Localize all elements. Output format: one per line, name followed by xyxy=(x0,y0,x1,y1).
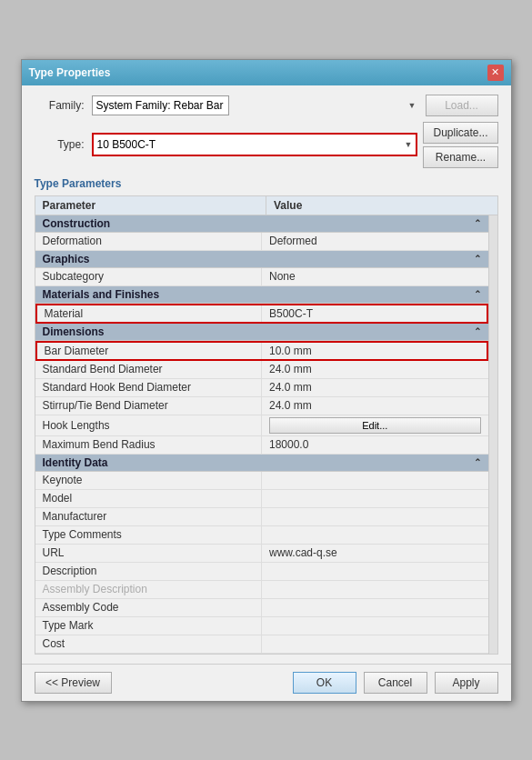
chevron-icon: ⌃ xyxy=(474,254,481,264)
param-value xyxy=(262,599,488,616)
type-properties-dialog: Type Properties ✕ Family: System Family:… xyxy=(21,59,512,702)
chevron-icon: ⌃ xyxy=(474,457,481,467)
param-name: Model xyxy=(35,490,263,507)
param-value: www.cad-q.se xyxy=(262,545,488,562)
table-row: Type Mark xyxy=(35,617,488,635)
table-row: Hook LengthsEdit... xyxy=(35,415,488,436)
duplicate-button[interactable]: Duplicate... xyxy=(423,122,497,144)
close-button[interactable]: ✕ xyxy=(487,65,504,81)
group-header-graphics[interactable]: Graphics⌃ xyxy=(35,251,488,268)
table-row: Keynote xyxy=(35,472,488,490)
dialog-footer: << Preview OK Cancel Apply xyxy=(22,664,511,701)
param-value xyxy=(262,526,488,544)
type-row: Type: 10 B500C-T Duplicate... Rename... xyxy=(35,122,498,168)
table-row: Maximum Bend Radius18000.0 xyxy=(35,436,488,455)
param-value xyxy=(262,635,488,653)
params-section: Parameter Value Construction⌃Deformation… xyxy=(35,195,498,655)
family-control: System Family: Rebar Bar Load... xyxy=(92,95,498,116)
group-header-identity-data[interactable]: Identity Data⌃ xyxy=(35,455,488,472)
param-name: Description xyxy=(35,563,263,580)
chevron-icon: ⌃ xyxy=(474,218,481,228)
group-name: Dimensions xyxy=(43,325,105,338)
table-row: Model xyxy=(35,490,488,508)
param-value: 24.0 mm xyxy=(262,397,488,415)
param-value: 18000.0 xyxy=(262,436,488,454)
param-name: Assembly Description xyxy=(35,581,263,598)
param-value xyxy=(262,490,488,507)
params-table-container: Construction⌃DeformationDeformedGraphics… xyxy=(35,215,498,655)
table-row: SubcategoryNone xyxy=(35,268,488,286)
table-row: URLwww.cad-q.se xyxy=(35,545,488,563)
param-name: Keynote xyxy=(35,472,263,489)
apply-button[interactable]: Apply xyxy=(435,672,498,694)
type-control: 10 B500C-T Duplicate... Rename... xyxy=(92,122,498,168)
preview-button[interactable]: << Preview xyxy=(35,672,112,694)
group-header-materials-and-finishes[interactable]: Materials and Finishes⌃ xyxy=(35,286,488,304)
family-row: Family: System Family: Rebar Bar Load... xyxy=(35,95,498,116)
table-row: MaterialB500C-T xyxy=(35,304,488,324)
param-name: Cost xyxy=(35,635,263,653)
group-name: Materials and Finishes xyxy=(43,288,160,301)
group-name: Graphics xyxy=(43,253,90,265)
table-row: Standard Hook Bend Diameter24.0 mm xyxy=(35,379,488,397)
group-header-dimensions[interactable]: Dimensions⌃ xyxy=(35,324,488,341)
param-value: Deformed xyxy=(262,233,488,250)
dialog-title: Type Properties xyxy=(29,66,111,79)
param-name: Standard Bend Diameter xyxy=(35,361,263,378)
param-name: Assembly Code xyxy=(35,599,263,616)
param-name: Deformation xyxy=(35,233,263,250)
params-header: Parameter Value xyxy=(35,195,498,215)
param-value: 24.0 mm xyxy=(262,379,488,396)
table-row: Stirrup/Tie Bend Diameter24.0 mm xyxy=(35,397,488,415)
param-value: B500C-T xyxy=(262,305,487,322)
param-name: Hook Lengths xyxy=(35,415,263,435)
chevron-icon: ⌃ xyxy=(474,289,481,299)
param-value: Edit... xyxy=(262,415,488,435)
table-row: Cost xyxy=(35,635,488,654)
table-row: Assembly Description xyxy=(35,581,488,599)
rename-button[interactable]: Rename... xyxy=(423,146,497,168)
table-row: DeformationDeformed xyxy=(35,233,488,251)
family-label: Family: xyxy=(35,99,85,112)
group-header-construction[interactable]: Construction⌃ xyxy=(35,215,488,233)
param-name: Maximum Bend Radius xyxy=(35,436,263,454)
param-name: Type Mark xyxy=(35,617,263,635)
param-value: 24.0 mm xyxy=(262,361,488,378)
param-name: Material xyxy=(37,305,263,322)
params-table: Construction⌃DeformationDeformedGraphics… xyxy=(35,215,488,654)
family-select[interactable]: System Family: Rebar Bar xyxy=(92,95,229,115)
param-value: 10.0 mm xyxy=(262,343,487,359)
col-param-header: Parameter xyxy=(35,196,267,215)
param-name: Bar Diameter xyxy=(37,343,263,359)
param-value xyxy=(262,508,488,525)
param-value xyxy=(262,581,488,598)
param-value xyxy=(262,563,488,580)
type-parameters-label: Type Parameters xyxy=(35,177,498,190)
param-name: Stirrup/Tie Bend Diameter xyxy=(35,397,263,415)
edit-button[interactable]: Edit... xyxy=(269,417,481,434)
table-row: Manufacturer xyxy=(35,508,488,526)
param-value: None xyxy=(262,268,488,285)
param-name: URL xyxy=(35,545,263,562)
table-row: Standard Bend Diameter24.0 mm xyxy=(35,361,488,379)
param-value xyxy=(262,472,488,489)
param-name: Standard Hook Bend Diameter xyxy=(35,379,263,396)
table-row: Assembly Code xyxy=(35,599,488,617)
param-name: Subcategory xyxy=(35,268,263,285)
ok-button[interactable]: OK xyxy=(293,672,356,694)
param-value xyxy=(262,617,488,635)
param-name: Manufacturer xyxy=(35,508,263,525)
type-label: Type: xyxy=(35,138,85,151)
type-select[interactable]: 10 B500C-T xyxy=(94,135,417,155)
scrollbar[interactable] xyxy=(488,215,497,654)
col-value-header: Value xyxy=(266,196,497,215)
cancel-button[interactable]: Cancel xyxy=(364,672,427,694)
table-row: Type Comments xyxy=(35,526,488,545)
param-name: Type Comments xyxy=(35,526,263,544)
group-name: Construction xyxy=(43,217,111,230)
table-row: Bar Diameter10.0 mm xyxy=(35,341,488,361)
dialog-body: Family: System Family: Rebar Bar Load...… xyxy=(22,85,511,664)
title-bar: Type Properties ✕ xyxy=(22,60,511,85)
group-name: Identity Data xyxy=(43,456,108,469)
load-button[interactable]: Load... xyxy=(426,95,498,116)
